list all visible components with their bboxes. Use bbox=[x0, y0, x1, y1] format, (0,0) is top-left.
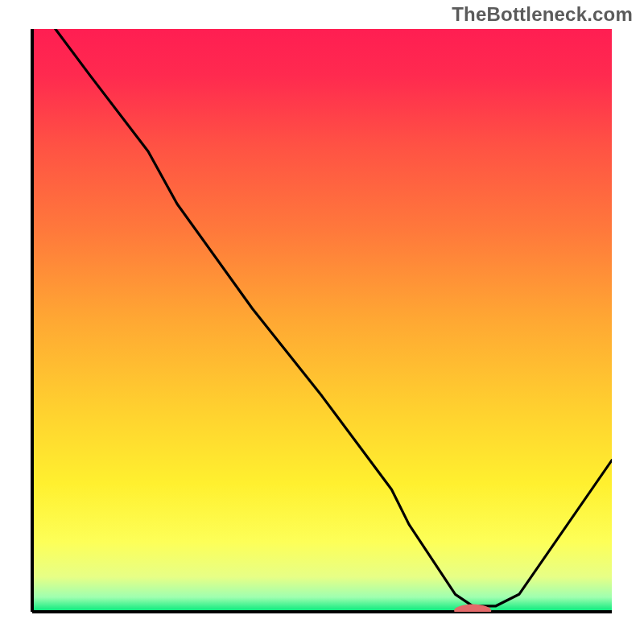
chart-container: TheBottleneck.com bbox=[0, 0, 644, 644]
watermark-text: TheBottleneck.com bbox=[452, 3, 633, 26]
bottleneck-chart bbox=[0, 0, 644, 644]
optimal-marker bbox=[454, 605, 491, 617]
chart-background-gradient bbox=[32, 29, 612, 612]
